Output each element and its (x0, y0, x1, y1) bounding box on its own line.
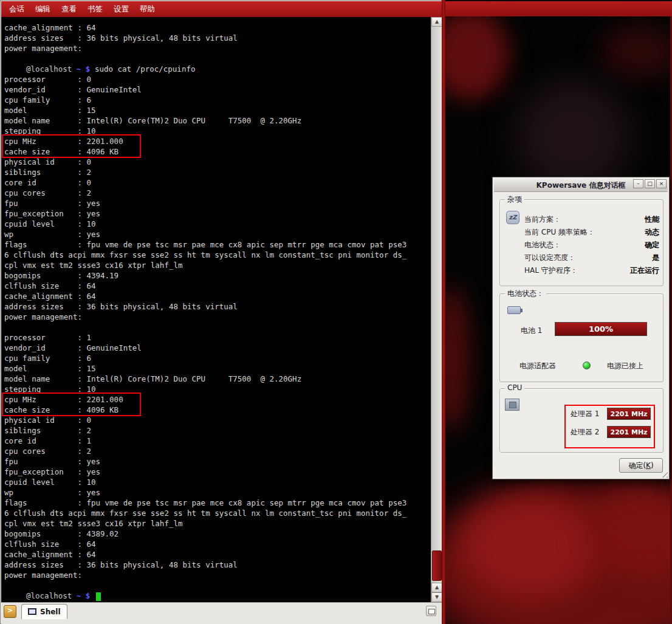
prompt-command: sudo cat /proc/cpuinfo (95, 64, 196, 74)
terminal-line: cpuid level : 10 (4, 219, 431, 229)
terminal-line: address sizes : 36 bits physical, 48 bit… (4, 33, 431, 43)
annotation-box (2, 134, 141, 158)
info-value: 是 (652, 253, 659, 263)
terminal-line: core id : 0 (4, 177, 431, 188)
battery-progress-bar: 100% (555, 322, 647, 336)
terminal-line: address sizes : 36 bits physical, 48 bit… (4, 301, 431, 312)
new-session-button[interactable] (4, 605, 16, 618)
info-row: HAL 守护程序：正在运行 (524, 264, 659, 277)
menu-bar: 会话编辑查看书签设置帮助 (1, 1, 442, 17)
battery-legend: 电池状态： (505, 289, 546, 299)
terminal-line: 6 clflush dts acpi mmx fxsr sse sse2 ss … (4, 508, 431, 518)
maximize-button[interactable]: □ (645, 179, 655, 188)
terminal-line: cpuid level : 10 (4, 477, 431, 487)
menu-item-1[interactable]: 编辑 (30, 1, 56, 17)
terminal-line (4, 580, 431, 591)
terminal-line: vendor_id : GenuineIntel (4, 343, 431, 353)
tab-label: Shell (40, 608, 61, 616)
battery-group: 电池状态： 电池 1 100% 电源适配器 电源已接上 (499, 293, 663, 382)
terminal-scrollbar[interactable]: ▲ ▲ ▼ (431, 17, 442, 602)
misc-legend: 杂项 (505, 194, 524, 205)
terminal-line: physical id : 0 (4, 415, 431, 425)
prompt-symbol: ~ $ (72, 64, 95, 74)
prompt-symbol: ~ $ (72, 591, 95, 600)
info-row: 电池状态：确定 (524, 239, 659, 252)
menu-item-5[interactable]: 帮助 (134, 1, 160, 17)
cpu-chip-icon (505, 399, 519, 411)
prompt-host: @localhost (26, 64, 72, 74)
menu-item-4[interactable]: 设置 (108, 1, 134, 17)
terminal-line: cpl vmx est tm2 ssse3 cx16 xtpr lahf_lm (4, 260, 431, 270)
terminal-line: bogomips : 4394.19 (4, 270, 431, 281)
terminal-line: cache_alignment : 64 (4, 22, 431, 33)
menu-item-2[interactable]: 查看 (56, 1, 82, 17)
info-row: 可以设定亮度：是 (524, 252, 659, 264)
info-value: 动态 (645, 227, 659, 238)
ok-button-label: ) (651, 461, 654, 470)
terminal-line: bogomips : 4389.02 (4, 529, 431, 539)
redacted-username (4, 591, 26, 598)
terminal-line: clflush size : 64 (4, 539, 431, 549)
terminal-line: @localhost ~ $ (4, 591, 431, 601)
terminal-line (4, 322, 431, 332)
menu-item-3[interactable]: 书签 (82, 1, 108, 17)
info-value: 正在运行 (630, 266, 659, 276)
terminal-cursor (96, 592, 101, 601)
battery-progress-value: 100% (589, 324, 613, 334)
suspend-icon: zZ (506, 211, 519, 224)
prompt-host: @localhost (26, 591, 72, 600)
session-list-button[interactable] (426, 606, 436, 616)
minimize-button[interactable]: – (633, 179, 643, 188)
terminal-line: model : 15 (4, 105, 431, 115)
terminal-line: cpu family : 6 (4, 353, 431, 363)
terminal-line: cache_alignment : 64 (4, 291, 431, 301)
terminal-icon (28, 608, 36, 615)
adapter-status: 电源已接上 (607, 361, 643, 371)
info-row: 当前 CPU 频率策略：动态 (524, 226, 659, 239)
terminal-line: address sizes : 36 bits physical, 48 bit… (4, 560, 431, 570)
terminal-line: flags : fpu vme de pse tsc msr pae mce c… (4, 498, 431, 508)
terminal-line: wp : yes (4, 487, 431, 498)
terminal-line: siblings : 2 (4, 167, 431, 177)
info-label: 可以设定亮度： (524, 253, 575, 263)
tab-bar: Shell (1, 602, 442, 624)
info-label: 电池状态： (524, 240, 561, 250)
backdrop-blob (600, 24, 672, 79)
terminal-viewport[interactable]: cache_alignment : 64address sizes : 36 b… (1, 17, 431, 602)
terminal-line: siblings : 2 (4, 425, 431, 436)
terminal-line: cpl vmx est tm2 ssse3 cx16 xtpr lahf_lm (4, 518, 431, 529)
redacted-username (4, 64, 26, 72)
info-label: 当前 CPU 频率策略： (524, 227, 595, 238)
terminal-line: model name : Intel(R) Core(TM)2 Duo CPU … (4, 115, 431, 126)
cpu-legend: CPU (505, 383, 524, 392)
terminal-line: wp : yes (4, 229, 431, 239)
tab-shell[interactable]: Shell (21, 604, 67, 619)
info-label: 当前方案： (524, 214, 561, 225)
scrollbar-thumb[interactable] (432, 550, 442, 581)
terminal-line: power management: (4, 570, 431, 580)
terminal-line: model name : Intel(R) Core(TM)2 Duo CPU … (4, 374, 431, 384)
terminal-line: fpu : yes (4, 198, 431, 208)
terminal-line: processor : 1 (4, 332, 431, 343)
misc-group: 杂项 zZ 当前方案：性能当前 CPU 频率策略：动态电池状态：确定可以设定亮度… (499, 199, 663, 286)
terminal-line: cpu cores : 2 (4, 446, 431, 456)
terminal-line: processor : 0 (4, 74, 431, 84)
terminal-line: @localhost ~ $ sudo cat /proc/cpuinfo (4, 64, 431, 74)
battery-label: 电池 1 (521, 326, 542, 336)
terminal-line: flags : fpu vme de pse tsc msr pae mce c… (4, 239, 431, 250)
scroll-up-icon[interactable]: ▲ (431, 17, 442, 27)
scroll-down-icon[interactable]: ▼ (431, 592, 442, 602)
info-value: 性能 (645, 214, 659, 225)
battery-icon (507, 306, 521, 314)
close-button[interactable]: × (656, 179, 667, 188)
ok-button[interactable]: 确定(K) (619, 458, 663, 473)
scroll-up-icon[interactable]: ▲ (431, 583, 442, 592)
kpowersave-dialog: KPowersave 信息对话框 – □ × 杂项 zZ 当前方案：性能当前 C… (492, 177, 670, 479)
adapter-label: 电源适配器 (519, 361, 556, 371)
menu-item-0[interactable]: 会话 (4, 1, 30, 17)
terminal-window: 会话编辑查看书签设置帮助 cache_alignment : 64address… (0, 0, 442, 624)
terminal-line (4, 53, 431, 64)
terminal-line: clflush size : 64 (4, 281, 431, 291)
backdrop-blob (445, 286, 470, 431)
background-window-titlebar (445, 1, 672, 16)
